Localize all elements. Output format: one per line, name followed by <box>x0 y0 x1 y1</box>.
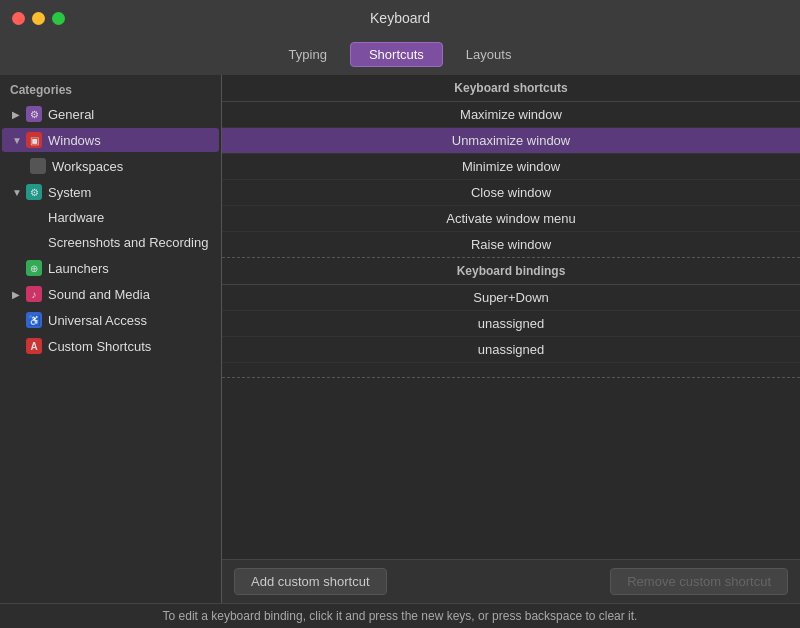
workspaces-icon <box>30 158 46 174</box>
launchers-icon: ⊕ <box>26 260 42 276</box>
shortcuts-column-header: Keyboard shortcuts <box>222 81 800 95</box>
tab-layouts[interactable]: Layouts <box>447 42 531 67</box>
binding-row-2[interactable]: unassigned <box>222 337 800 363</box>
system-icon: ⚙ <box>26 184 42 200</box>
add-shortcut-button[interactable]: Add custom shortcut <box>234 568 387 595</box>
status-text: To edit a keyboard binding, click it and… <box>163 609 638 623</box>
custom-shortcuts-icon: A <box>26 338 42 354</box>
binding-label-0: Super+Down <box>234 290 788 305</box>
chevron-icon: ▶ <box>12 289 22 300</box>
sidebar-label-universal-access: Universal Access <box>48 313 147 328</box>
shortcuts-header-row: Keyboard shortcuts <box>222 75 800 102</box>
sidebar-label-hardware: Hardware <box>48 210 104 225</box>
bindings-column-header: Keyboard bindings <box>234 264 788 278</box>
sidebar-label-launchers: Launchers <box>48 261 109 276</box>
sidebar-label-sound-media: Sound and Media <box>48 287 150 302</box>
main-content: Categories ▶ ⚙ General ▼ ▣ Windows Works… <box>0 75 800 603</box>
window-title: Keyboard <box>370 10 430 26</box>
close-window-button[interactable] <box>12 12 25 25</box>
general-icon: ⚙ <box>26 106 42 122</box>
shortcut-row-minimize[interactable]: Minimize window <box>222 154 800 180</box>
status-bar: To edit a keyboard binding, click it and… <box>0 603 800 628</box>
sidebar-label-general: General <box>48 107 94 122</box>
tab-typing[interactable]: Typing <box>270 42 346 67</box>
sidebar-item-general[interactable]: ▶ ⚙ General <box>2 102 219 126</box>
sidebar-label-windows: Windows <box>48 133 101 148</box>
bindings-header-row: Keyboard bindings <box>222 258 800 285</box>
minimize-window-button[interactable] <box>32 12 45 25</box>
shortcut-label-unmaximize: Unmaximize window <box>234 133 788 148</box>
empty-space <box>222 378 800 560</box>
tabbar: Typing Shortcuts Layouts <box>0 36 800 75</box>
windows-icon: ▣ <box>26 132 42 148</box>
sidebar-item-sound-media[interactable]: ▶ ♪ Sound and Media <box>2 282 219 306</box>
universal-access-icon: ♿ <box>26 312 42 328</box>
sidebar-label-screenshots: Screenshots and Recording <box>48 235 208 250</box>
sidebar-item-system[interactable]: ▼ ⚙ System <box>2 180 219 204</box>
shortcut-row-unmaximize[interactable]: Unmaximize window <box>222 128 800 154</box>
shortcut-row-close[interactable]: Close window <box>222 180 800 206</box>
sidebar-item-windows[interactable]: ▼ ▣ Windows <box>2 128 219 152</box>
shortcut-label-raise: Raise window <box>234 237 788 252</box>
sidebar-item-workspaces[interactable]: Workspaces <box>2 154 219 178</box>
sidebar-item-launchers[interactable]: ▶ ⊕ Launchers <box>2 256 219 280</box>
binding-label-1: unassigned <box>234 316 788 331</box>
binding-row-1[interactable]: unassigned <box>222 311 800 337</box>
bottom-bar: Add custom shortcut Remove custom shortc… <box>222 559 800 603</box>
right-panel: Keyboard shortcuts Maximize window Unmax… <box>222 75 800 603</box>
bindings-area: Keyboard bindings Super+Down unassigned … <box>222 258 800 378</box>
shortcut-label-maximize: Maximize window <box>234 107 788 122</box>
shortcut-label-close: Close window <box>234 185 788 200</box>
binding-row-0[interactable]: Super+Down <box>222 285 800 311</box>
maximize-window-button[interactable] <box>52 12 65 25</box>
chevron-icon: ▼ <box>12 135 22 146</box>
sidebar-label-workspaces: Workspaces <box>52 159 123 174</box>
sidebar-header: Categories <box>0 75 221 101</box>
sidebar-item-hardware[interactable]: Hardware <box>2 206 219 229</box>
sidebar-item-screenshots[interactable]: Screenshots and Recording <box>2 231 219 254</box>
sidebar-label-system: System <box>48 185 91 200</box>
shortcut-label-minimize: Minimize window <box>234 159 788 174</box>
shortcut-row-raise[interactable]: Raise window <box>222 232 800 258</box>
shortcut-row-activate-menu[interactable]: Activate window menu <box>222 206 800 232</box>
shortcut-row-maximize[interactable]: Maximize window <box>222 102 800 128</box>
sidebar-item-custom-shortcuts[interactable]: ▶ A Custom Shortcuts <box>2 334 219 358</box>
sidebar-label-custom-shortcuts: Custom Shortcuts <box>48 339 151 354</box>
shortcut-label-activate-menu: Activate window menu <box>234 211 788 226</box>
tab-shortcuts[interactable]: Shortcuts <box>350 42 443 67</box>
chevron-icon: ▼ <box>12 187 22 198</box>
sound-icon: ♪ <box>26 286 42 302</box>
titlebar: Keyboard <box>0 0 800 36</box>
shortcuts-area: Keyboard shortcuts Maximize window Unmax… <box>222 75 800 258</box>
sidebar-item-universal-access[interactable]: ▶ ♿ Universal Access <box>2 308 219 332</box>
window-controls <box>12 12 65 25</box>
binding-label-2: unassigned <box>234 342 788 357</box>
remove-shortcut-button[interactable]: Remove custom shortcut <box>610 568 788 595</box>
sidebar: Categories ▶ ⚙ General ▼ ▣ Windows Works… <box>0 75 222 603</box>
chevron-icon: ▶ <box>12 109 22 120</box>
